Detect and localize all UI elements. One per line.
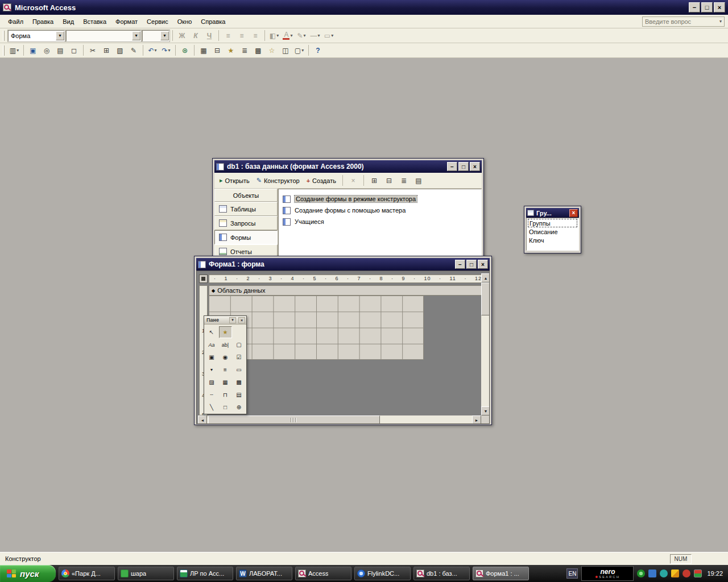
code-button[interactable]: ≣ — [238, 44, 251, 57]
scroll-left-button[interactable]: ◄ — [198, 415, 207, 424]
print-button[interactable]: ▤ — [54, 44, 67, 57]
toolbox-button[interactable]: ⊟ — [211, 44, 224, 57]
toggle-button-tool[interactable]: ▣ — [205, 351, 218, 363]
line-color-button[interactable]: ✎ ▾ — [295, 30, 308, 42]
select-objects-tool[interactable]: ↖ — [205, 326, 218, 338]
large-icons-view-button[interactable]: ⊞ — [368, 174, 380, 187]
toolbox-palette[interactable]: Пане ▾ × ↖ ★ Aa ab| ▢ ▣ ◉ ☑ ▼ ≡ ▭ ▨ ▦ ▩ … — [204, 315, 247, 414]
view-button[interactable]: ▥ ▾ — [8, 44, 20, 57]
font-name-combo[interactable]: ▾ — [66, 30, 141, 41]
form-minimize-button[interactable]: − — [455, 260, 465, 269]
fill-color-button[interactable]: ◧ ▾ — [268, 30, 280, 42]
special-effect-button[interactable]: ▭ ▾ — [322, 30, 335, 42]
menu-edit[interactable]: Правка — [28, 16, 58, 27]
field-item-klyuch[interactable]: Ключ — [528, 236, 577, 244]
sidebar-item-queries[interactable]: Запросы — [214, 216, 278, 230]
autoformat-button[interactable]: ★ — [225, 44, 237, 57]
page-break-tool[interactable]: ┄ — [205, 389, 218, 401]
align-right-button[interactable]: ≡ — [249, 30, 262, 42]
object-selector-combo[interactable]: Форма ▾ — [8, 30, 65, 41]
toolbar-grip[interactable] — [3, 45, 5, 56]
bound-object-frame-tool[interactable]: ▩ — [233, 376, 246, 388]
option-button-tool[interactable]: ◉ — [219, 351, 232, 363]
list-item-new-form-design[interactable]: Создание формы в режиме конструктора — [282, 193, 478, 205]
sidebar-item-tables[interactable]: Таблицы — [214, 202, 278, 216]
language-indicator[interactable]: EN — [566, 568, 578, 579]
design-object-button[interactable]: ✎ Конструктор — [254, 176, 302, 185]
menu-file[interactable]: Файл — [3, 16, 28, 27]
save-button[interactable]: ▣ — [27, 44, 39, 57]
form-selector-box[interactable] — [199, 275, 208, 283]
menu-window[interactable]: Окно — [173, 16, 197, 27]
form-window-titlebar[interactable]: Форма1 : форма − □ × — [196, 258, 490, 271]
tray-yellow-icon[interactable] — [671, 569, 679, 577]
tray-blue-icon[interactable] — [648, 569, 656, 577]
tray-red-icon[interactable] — [682, 569, 690, 577]
line-width-button[interactable]: — ▾ — [309, 30, 321, 42]
bold-button[interactable]: Ж — [176, 30, 188, 42]
field-list-close-button[interactable]: × — [569, 209, 578, 217]
align-left-button[interactable]: ≡ — [222, 30, 234, 42]
scroll-up-button[interactable]: ▲ — [481, 273, 490, 282]
chevron-down-icon[interactable]: ▾ — [229, 317, 236, 323]
list-view-button[interactable]: ≣ — [398, 174, 410, 187]
small-icons-view-button[interactable]: ⊟ — [383, 174, 395, 187]
tab-control-tool[interactable]: ⊓ — [219, 389, 232, 401]
list-item-new-form-wizard[interactable]: Создание формы с помощью мастера — [282, 205, 478, 216]
taskbar-item-shara[interactable]: шара — [118, 567, 174, 580]
text-box-tool[interactable]: ab| — [219, 339, 232, 351]
toolbox-close-button[interactable]: × — [238, 317, 245, 323]
taskbar-item-lr-po-access[interactable]: ЛР по Acc... — [177, 567, 233, 580]
db-maximize-button[interactable]: □ — [458, 162, 469, 171]
cut-button[interactable]: ✂ — [86, 44, 99, 57]
more-controls-tool[interactable]: ⊕ — [233, 401, 246, 413]
app-titlebar[interactable]: Microsoft Access − □ × — [0, 0, 728, 15]
chevron-down-icon[interactable]: ▾ — [331, 33, 333, 38]
list-box-tool[interactable]: ≡ — [219, 364, 232, 376]
new-object-button[interactable]: ▢ ▾ — [293, 44, 305, 57]
underline-button[interactable]: Ч — [203, 30, 216, 42]
field-list-titlebar[interactable]: Гру... × — [526, 208, 579, 218]
taskbar-item-forma1[interactable]: Форма1 : ... — [473, 567, 529, 580]
chevron-down-icon[interactable]: ▾ — [56, 31, 64, 40]
chevron-down-icon[interactable]: ▾ — [304, 33, 306, 38]
vertical-scroll-thumb[interactable] — [481, 282, 490, 315]
form-close-button[interactable]: × — [478, 260, 488, 269]
line-tool[interactable]: ╲ — [205, 401, 218, 413]
tray-update-icon[interactable] — [637, 569, 645, 577]
chevron-down-icon[interactable]: ▾ — [160, 31, 169, 40]
sidebar-item-forms[interactable]: Формы — [214, 230, 278, 244]
horizontal-scrollbar[interactable]: ◄ ► — [198, 415, 481, 424]
file-search-button[interactable]: ◎ — [40, 44, 53, 57]
copy-button[interactable]: ⊞ — [100, 44, 113, 57]
rectangle-tool[interactable]: □ — [219, 401, 232, 413]
chevron-down-icon[interactable]: ▾ — [317, 33, 320, 38]
type-question-box[interactable]: Введите вопрос ▾ — [642, 16, 725, 27]
control-wizards-tool[interactable]: ★ — [219, 326, 232, 338]
minimize-button[interactable]: − — [689, 2, 700, 13]
properties-button[interactable]: ▩ — [252, 44, 264, 57]
menu-format[interactable]: Формат — [111, 16, 142, 27]
font-color-button[interactable]: A ▾ — [282, 30, 294, 42]
combo-box-tool[interactable]: ▼ — [205, 364, 218, 376]
database-window-button[interactable]: ◫ — [279, 44, 292, 57]
menu-help[interactable]: Справка — [196, 16, 230, 27]
help-button[interactable]: ? — [312, 44, 324, 57]
taskbar-item-db1[interactable]: db1 : баз... — [413, 567, 470, 580]
command-button-tool[interactable]: ▭ — [233, 364, 246, 376]
vertical-scrollbar[interactable]: ▲ ▼ — [481, 273, 490, 415]
db-close-button[interactable]: × — [470, 162, 480, 171]
taskbar-item-flylinkdc[interactable]: FlylinkDC... — [354, 567, 411, 580]
italic-button[interactable]: К — [189, 30, 202, 42]
scroll-right-button[interactable]: ► — [472, 415, 481, 424]
unbound-object-frame-tool[interactable]: ▦ — [219, 376, 232, 388]
paste-button[interactable]: ▧ — [114, 44, 126, 57]
chevron-down-icon[interactable]: ▾ — [132, 31, 140, 40]
menu-view[interactable]: Вид — [58, 16, 78, 27]
horizontal-scroll-thumb[interactable] — [208, 415, 380, 424]
font-size-combo[interactable]: ▾ — [142, 30, 169, 41]
scroll-down-button[interactable]: ▼ — [481, 406, 490, 415]
option-group-tool[interactable]: ▢ — [233, 339, 246, 351]
chevron-down-icon[interactable]: ▾ — [276, 33, 279, 38]
field-list-button[interactable]: ▦ — [197, 44, 210, 57]
